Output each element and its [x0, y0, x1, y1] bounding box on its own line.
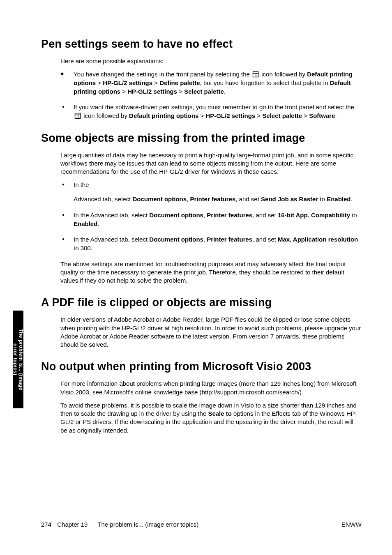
pen-intro: Here are some possible explanations: — [60, 57, 362, 65]
pdf-body: In older versions of Adobe Acrobat or Ad… — [60, 315, 362, 349]
page-footer: 274 Chapter 19 The problem is... (image … — [41, 521, 362, 528]
footer-left: 274 Chapter 19 The problem is... (image … — [41, 521, 198, 528]
missing-intro: Large quantities of data may be necessar… — [60, 151, 362, 176]
pen-bullet-list: You have changed the settings in the fro… — [60, 70, 362, 120]
chapter-label: Chapter 19 — [57, 521, 88, 528]
missing-bullet-3: In the Advanced tab, select Document opt… — [60, 235, 362, 252]
heading-pdf-clipped: A PDF file is clipped or objects are mis… — [41, 296, 362, 309]
visio-kb-link[interactable]: http://support.microsoft.com/search/ — [202, 389, 300, 396]
heading-objects-missing: Some objects are missing from the printe… — [41, 132, 362, 145]
page-number: 274 — [41, 521, 51, 528]
side-tab: The problem is... (imageerror topics) — [13, 311, 23, 408]
heading-visio: No output when printing from Microsoft V… — [41, 360, 362, 373]
missing-bullet-1: In the Advanced tab, select Document opt… — [60, 181, 362, 203]
missing-bullet-1-sub: Advanced tab, select Document options, P… — [74, 195, 362, 204]
chapter-title: The problem is... (image error topics) — [97, 521, 198, 528]
heading-pen-settings: Pen settings seem to have no effect — [41, 38, 362, 51]
setup-menu-icon — [252, 71, 259, 78]
pen-bullet-1: You have changed the settings in the fro… — [60, 70, 362, 96]
footer-right: ENWW — [341, 521, 362, 528]
visio-p2: To avoid these problems, it is possible … — [60, 401, 362, 435]
svg-rect-3 — [75, 113, 81, 119]
page-content: Pen settings seem to have no effect Here… — [0, 0, 392, 435]
missing-bullet-list: In the Advanced tab, select Document opt… — [60, 181, 362, 252]
svg-rect-0 — [253, 72, 258, 77]
missing-outro: The above settings are mentioned for tro… — [60, 260, 362, 285]
setup-menu-icon — [74, 113, 81, 119]
pen-bullet-2: If you want the software-driven pen sett… — [60, 103, 362, 120]
missing-bullet-2: In the Advanced tab, select Document opt… — [60, 211, 362, 228]
visio-p1: For more information about problems when… — [60, 380, 362, 396]
side-tab-text: The problem is... (imageerror topics) — [12, 329, 24, 390]
